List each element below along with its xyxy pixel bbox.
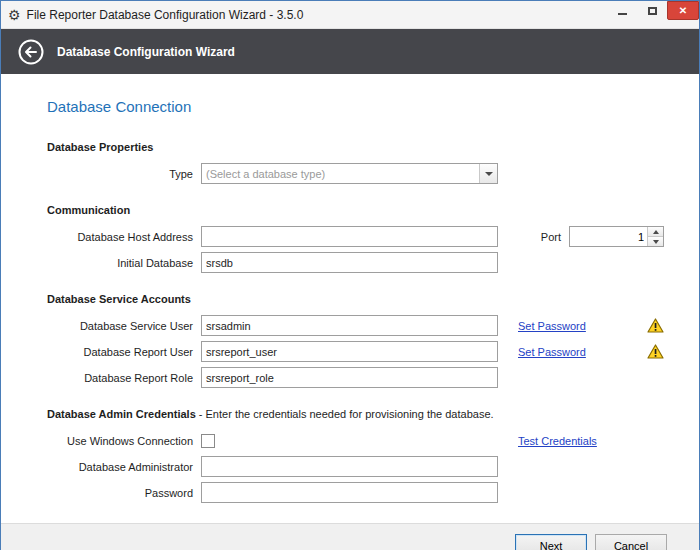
set-password-link-report-user[interactable]: Set Password [518, 346, 586, 358]
port-group: Port [541, 226, 664, 247]
host-address-input[interactable] [201, 226, 498, 247]
chevron-down-icon [653, 240, 659, 244]
back-arrow-icon [17, 38, 45, 66]
row-report-role: Database Report Role [47, 367, 664, 388]
chevron-up-icon [653, 230, 659, 234]
section-communication: Communication Database Host Address Port [47, 204, 664, 273]
dropdown-button[interactable] [479, 164, 497, 183]
footer: Next Cancel [1, 523, 699, 550]
section-heading-admin-credentials: Database Admin Credentials - Enter the c… [47, 408, 664, 420]
database-type-selected-value: (Select a database type) [202, 168, 479, 180]
warning-icon-service-user [647, 318, 664, 333]
warning-icon-report-user [647, 344, 664, 359]
admin-credentials-description: - Enter the credentials needed for provi… [199, 408, 494, 420]
row-type: Type (Select a database type) [47, 163, 664, 184]
chevron-down-icon [485, 172, 493, 176]
window-controls: ✕ [607, 1, 699, 28]
report-role-input[interactable] [201, 367, 498, 388]
admin-credentials-heading: Database Admin Credentials [47, 408, 196, 420]
initial-database-input[interactable] [201, 252, 498, 273]
report-role-label: Database Report Role [47, 372, 193, 384]
row-windows-connection: Use Windows Connection Test Credentials [47, 430, 664, 451]
row-initial-database: Initial Database [47, 252, 664, 273]
port-increment-button[interactable] [648, 227, 663, 236]
row-password: Password [47, 482, 664, 503]
password-label: Password [47, 487, 193, 499]
cancel-button[interactable]: Cancel [595, 534, 667, 550]
next-button[interactable]: Next [515, 534, 587, 550]
windows-connection-checkbox[interactable] [201, 434, 215, 448]
section-service-accounts: Database Service Accounts Database Servi… [47, 293, 664, 388]
row-report-user: Database Report User Set Password [47, 341, 664, 362]
report-user-input[interactable] [201, 341, 498, 362]
initial-database-label: Initial Database [47, 257, 193, 269]
password-input[interactable] [201, 482, 498, 503]
set-password-link-service-user[interactable]: Set Password [518, 320, 586, 332]
database-type-select[interactable]: (Select a database type) [201, 163, 498, 184]
section-heading-properties: Database Properties [47, 141, 664, 153]
windows-connection-label: Use Windows Connection [47, 435, 193, 447]
row-administrator: Database Administrator [47, 456, 664, 477]
host-address-label: Database Host Address [47, 231, 193, 243]
report-user-label: Database Report User [47, 346, 193, 358]
row-service-user: Database Service User Set Password [47, 315, 664, 336]
section-database-properties: Database Properties Type (Select a datab… [47, 141, 664, 184]
wizard-window: ⚙ File Reporter Database Configuration W… [0, 0, 700, 550]
port-label: Port [541, 231, 561, 243]
maximize-icon [648, 7, 657, 15]
service-user-input[interactable] [201, 315, 498, 336]
minimize-button[interactable] [607, 1, 637, 20]
wizard-header: Database Configuration Wizard [1, 29, 699, 74]
section-heading-service-accounts: Database Service Accounts [47, 293, 664, 305]
section-heading-communication: Communication [47, 204, 664, 216]
titlebar: ⚙ File Reporter Database Configuration W… [1, 1, 699, 29]
row-host-address: Database Host Address Port [47, 226, 664, 247]
wizard-header-title: Database Configuration Wizard [57, 45, 235, 59]
administrator-input[interactable] [201, 456, 498, 477]
administrator-label: Database Administrator [47, 461, 193, 473]
app-gear-icon: ⚙ [8, 8, 21, 22]
close-button[interactable]: ✕ [667, 1, 699, 20]
close-icon: ✕ [679, 5, 687, 16]
port-stepper [569, 226, 664, 247]
maximize-button[interactable] [637, 1, 667, 20]
port-input[interactable] [570, 227, 647, 246]
section-admin-credentials: Database Admin Credentials - Enter the c… [47, 408, 664, 503]
port-decrement-button[interactable] [648, 236, 663, 246]
minimize-icon [618, 13, 627, 15]
back-button[interactable] [17, 38, 45, 66]
content: Database Connection Database Properties … [1, 74, 699, 523]
test-credentials-link[interactable]: Test Credentials [518, 435, 597, 447]
service-user-label: Database Service User [47, 320, 193, 332]
type-label: Type [47, 168, 193, 180]
page-title: Database Connection [47, 98, 664, 115]
window-title: File Reporter Database Configuration Wiz… [27, 8, 304, 22]
